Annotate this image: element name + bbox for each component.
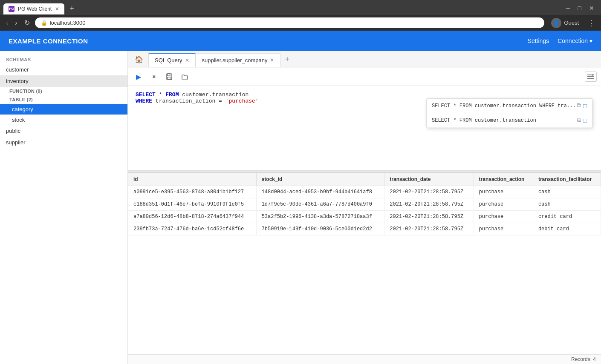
cell-id: 239fb73a-7247-476d-ba6e-1cd52cf48f6e — [128, 223, 257, 235]
sidebar-item-public[interactable]: public — [0, 125, 127, 137]
results-area: id stock_id transaction_date transaction… — [128, 172, 601, 354]
content-area: 🏠 SQL Query ✕ supplier.supplier_company … — [128, 51, 601, 364]
results-table: id stock_id transaction_date transaction… — [128, 172, 601, 235]
query-editor[interactable]: SELECT * FROM customer.transaction WHERE… — [128, 86, 601, 171]
cell-transaction_facilitator: debit card — [533, 223, 601, 235]
schema-public-label: public — [6, 128, 20, 134]
tab-favicon: PG — [9, 6, 14, 12]
table-section-label: TABLE (2) — [0, 95, 127, 104]
cell-id: c188d351-0d1f-46e7-befa-9910f9f1e0f5 — [128, 198, 257, 211]
cell-transaction_facilitator: cash — [533, 186, 601, 198]
copy-icon-0[interactable]: ⧉ — [577, 102, 581, 109]
svg-rect-1 — [168, 74, 170, 76]
table-item-category[interactable]: category — [0, 104, 127, 115]
browser-tab-close[interactable]: ✕ — [55, 6, 59, 12]
table-item-stock[interactable]: stock — [0, 115, 127, 125]
tab-supplier-company[interactable]: supplier.supplier_company ✕ — [196, 53, 281, 67]
url-text: localhost:3000 — [50, 20, 86, 26]
sidebar-item-supplier[interactable]: supplier — [0, 137, 127, 148]
tab-supplier-label: supplier.supplier_company — [202, 57, 268, 63]
table-category-label: category — [12, 106, 33, 112]
schemas-section-label: SCHEMAS — [0, 55, 127, 64]
maximize-button[interactable]: □ — [575, 4, 585, 12]
profile-icon[interactable]: 👤 — [551, 18, 561, 28]
cell-transaction_date: 2021-02-20T21:28:58.795Z — [384, 211, 474, 223]
cell-stock_id: 1d7f9c5c-90de-4361-a6a7-7787d400a9f0 — [256, 198, 384, 211]
stop-query-button[interactable]: ■ — [147, 71, 160, 83]
query-line-1: SELECT * FROM customer.transaction — [136, 92, 593, 98]
table-row: 239fb73a-7247-476d-ba6e-1cd52cf48f6e7b50… — [128, 223, 601, 235]
browser-tab-title: PG Web Client — [18, 6, 52, 12]
cell-transaction_action: purchase — [474, 211, 533, 223]
open-file-button[interactable] — [178, 71, 191, 83]
sidebar-item-inventory[interactable]: inventory — [0, 75, 127, 87]
autocomplete-text-0: SELECT * FROM customer.transaction WHERE… — [432, 103, 576, 109]
tab-sql-query[interactable]: SQL Query ✕ — [148, 53, 196, 67]
cell-transaction_action: purchase — [474, 198, 533, 211]
new-tab-button[interactable]: + — [66, 3, 78, 15]
col-header-transaction-facilitator: transaction_facilitator — [533, 173, 601, 186]
cell-stock_id: 53a2f5b2-1996-4138-a3da-57872718aa3f — [256, 211, 384, 223]
browser-tab[interactable]: PG PG Web Client ✕ — [3, 3, 64, 14]
add-tab-button[interactable]: + — [280, 52, 294, 67]
url-bar[interactable]: 🔒 localhost:3000 — [35, 17, 545, 28]
schema-customer-label: customer — [6, 66, 29, 73]
cell-transaction_action: purchase — [474, 186, 533, 198]
autocomplete-item-0[interactable]: SELECT * FROM customer.transaction WHERE… — [427, 99, 592, 113]
cell-transaction_date: 2021-02-20T21:28:58.795Z — [384, 186, 474, 198]
col-header-transaction-date: transaction_date — [384, 173, 474, 186]
query-toolbar: ▶ ■ — [128, 68, 601, 86]
main-layout: SCHEMAS customer inventory FUNCTION (0) … — [0, 51, 601, 364]
records-count: Records: 4 — [571, 356, 596, 362]
schema-supplier-label: supplier — [6, 139, 26, 146]
col-header-stock-id: stock_id — [256, 173, 384, 186]
copy-icon-1[interactable]: ⧉ — [577, 117, 581, 124]
open-icon-1[interactable]: ⬚ — [584, 117, 587, 124]
svg-rect-2 — [168, 77, 171, 79]
run-query-button[interactable]: ▶ — [132, 71, 145, 83]
browser-chrome: PG PG Web Client ✕ + ─ □ ✕ ‹ › ↻ 🔒 local… — [0, 0, 601, 31]
query-tabs: 🏠 SQL Query ✕ supplier.supplier_company … — [128, 51, 601, 68]
sidebar: SCHEMAS customer inventory FUNCTION (0) … — [0, 51, 128, 364]
cell-stock_id: 7b50919e-149f-410d-9036-5ce00d1ed2d2 — [256, 223, 384, 235]
profile-area: 👤 Guest — [548, 18, 582, 28]
forward-button[interactable]: › — [13, 18, 19, 28]
table-row: a0991ce5-e395-4563-8748-a8041b1bf127148d… — [128, 186, 601, 198]
connection-label: Connection — [558, 37, 588, 44]
tab-sql-query-label: SQL Query — [155, 57, 182, 63]
chevron-down-icon: ▾ — [589, 37, 592, 44]
settings-link[interactable]: Settings — [528, 37, 549, 44]
table-header-row: id stock_id transaction_date transaction… — [128, 173, 601, 186]
home-tab[interactable]: 🏠 — [130, 51, 148, 68]
table-row: a7a80d56-12d6-48b8-8718-274a6437f94453a2… — [128, 211, 601, 223]
window-controls: ─ □ ✕ — [563, 4, 598, 14]
more-options-button[interactable]: ⋮ — [586, 18, 597, 28]
back-button[interactable]: ‹ — [4, 18, 10, 28]
save-query-button[interactable] — [163, 71, 176, 83]
table-stock-label: stock — [12, 117, 25, 123]
cell-transaction_facilitator: credit card — [533, 211, 601, 223]
autocomplete-text-1: SELECT * FROM customer.transaction — [432, 118, 536, 123]
tab-sql-query-close[interactable]: ✕ — [185, 57, 189, 63]
autocomplete-dropdown: SELECT * FROM customer.transaction WHERE… — [426, 98, 592, 128]
sidebar-item-customer[interactable]: customer — [0, 64, 127, 75]
close-button[interactable]: ✕ — [586, 4, 598, 12]
table-row: c188d351-0d1f-46e7-befa-9910f9f1e0f51d7f… — [128, 198, 601, 211]
open-icon-0[interactable]: ⬚ — [584, 102, 587, 109]
format-options-button[interactable] — [585, 72, 597, 82]
cell-transaction_date: 2021-02-20T21:28:58.795Z — [384, 223, 474, 235]
lock-icon: 🔒 — [41, 20, 47, 26]
reload-button[interactable]: ↻ — [23, 18, 32, 28]
col-header-transaction-action: transaction_action — [474, 173, 533, 186]
address-bar: ‹ › ↻ 🔒 localhost:3000 👤 Guest ⋮ — [0, 15, 601, 31]
cell-transaction_date: 2021-02-20T21:28:58.795Z — [384, 198, 474, 211]
cell-id: a7a80d56-12d6-48b8-8718-274a6437f944 — [128, 211, 257, 223]
minimize-button[interactable]: ─ — [563, 4, 574, 12]
tab-supplier-close[interactable]: ✕ — [270, 57, 274, 63]
autocomplete-item-1[interactable]: SELECT * FROM customer.transaction ⧉ ⬚ — [427, 113, 592, 128]
connection-dropdown[interactable]: Connection ▾ — [558, 37, 592, 44]
cell-transaction_facilitator: cash — [533, 198, 601, 211]
cell-id: a0991ce5-e395-4563-8748-a8041b1bf127 — [128, 186, 257, 198]
function-section-label: FUNCTION (0) — [0, 87, 127, 95]
app-title: EXAMPLE CONNECTION — [9, 37, 528, 45]
